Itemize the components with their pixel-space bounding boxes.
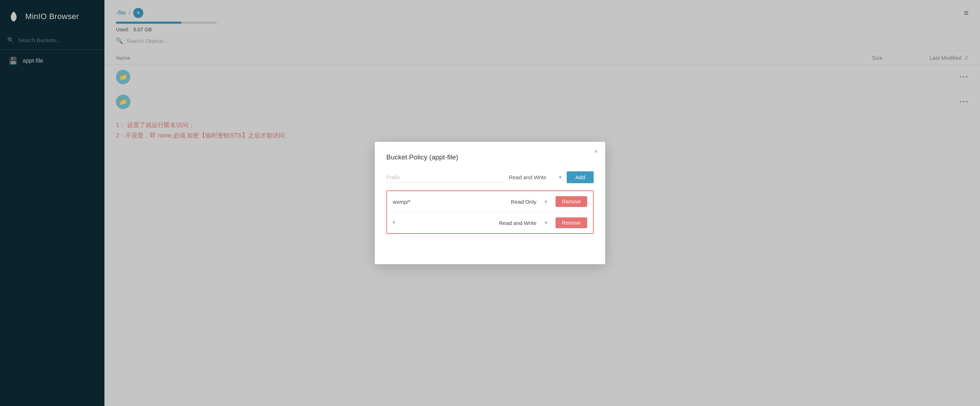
policy-add-button[interactable]: Add (567, 171, 594, 183)
policy-arrow-1[interactable]: ▼ (544, 220, 548, 226)
bucket-policy-modal: × Bucket Policy (appt-file) Read and Wri… (375, 142, 605, 264)
main-area: -file / + ≡ Used: 5.07 GB 🔍 Name Size La… (104, 0, 980, 406)
policy-type-0: Read Only (493, 199, 536, 205)
policy-select-value: Read and Write (509, 174, 555, 180)
policy-type-1: Read and Write (493, 220, 536, 226)
policy-list-box: wxmp/* Read Only ▼ Remove * Read and Wri… (386, 190, 594, 234)
modal-title: Bucket Policy (appt-file) (386, 153, 594, 161)
policy-remove-button-0[interactable]: Remove (555, 196, 587, 207)
policy-prefix-0: wxmp/* (393, 199, 489, 205)
policy-prefix-1: * (393, 220, 489, 226)
policy-select-arrow[interactable]: ▼ (558, 175, 562, 180)
policy-select-wrapper: Read and Write ▼ (509, 174, 562, 180)
policy-list-row-1: * Read and Write ▼ Remove (387, 212, 593, 233)
policy-form-row: Read and Write ▼ Add (386, 171, 594, 183)
modal-overlay: × Bucket Policy (appt-file) Read and Wri… (104, 0, 980, 406)
policy-arrow-0[interactable]: ▼ (544, 199, 548, 204)
prefix-input[interactable] (386, 172, 504, 183)
policy-remove-button-1[interactable]: Remove (555, 217, 587, 228)
policy-list-row-0: wxmp/* Read Only ▼ Remove (387, 191, 593, 212)
modal-close-button[interactable]: × (594, 148, 598, 155)
